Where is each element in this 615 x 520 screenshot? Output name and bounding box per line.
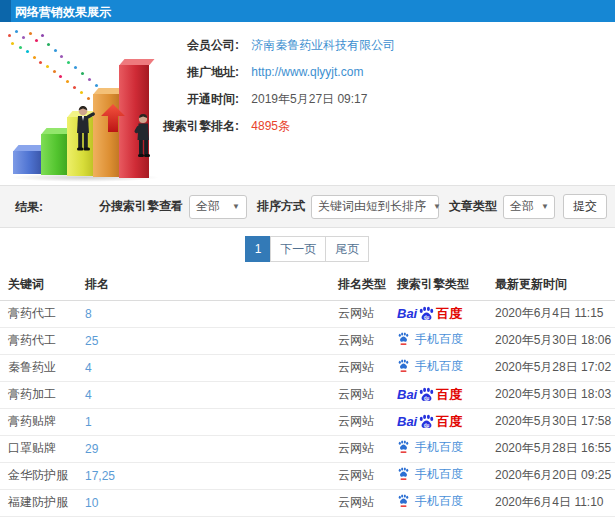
info-row-url: 推广地址: http://www.qlyyjt.com [151, 59, 591, 86]
illustration-bar-blue [13, 151, 42, 174]
svg-text:du: du [424, 395, 430, 400]
svg-text:du: du [424, 422, 430, 427]
engine-view-selected: 全部 [196, 198, 220, 215]
filter-bar: 结果: 分搜索引擎查看 全部 ▼ 排序方式 关键词由短到长排序 ▼ 文章类型 全… [0, 185, 615, 228]
rank-type-cell: 云网站 [338, 435, 397, 462]
rank-type-cell: 云网站 [338, 327, 397, 354]
open-time-value: 2019年5月27日 09:17 [251, 92, 367, 106]
update-time-cell: 2020年6月20日 09:25 [495, 462, 615, 489]
header-rank: 排名 [85, 270, 338, 300]
summary-section: 会员公司: 济南秦鲁药业科技有限公司 推广地址: http://www.qlyy… [0, 22, 615, 185]
table-row: 膏药代工 25 云网站 手机百度 2020年5月30日 18:06 [0, 327, 615, 354]
article-type-selected: 全部 [510, 198, 534, 215]
illustration-bar-green [41, 134, 70, 175]
info-row-engine-rank: 搜索引擎排名: 4895条 [151, 113, 591, 140]
keyword-cell: 口罩贴牌 [0, 435, 85, 462]
rank-type-cell: 云网站 [338, 354, 397, 381]
businessman-left-icon [71, 106, 97, 158]
engine-rank-label: 搜索引擎排名: [151, 113, 239, 140]
rank-link[interactable]: 1 [85, 415, 92, 429]
sort-selected: 关键词由短到长排序 [318, 198, 426, 215]
rank-link[interactable]: 25 [85, 334, 98, 348]
pagination: 1 下一页 尾页 [0, 228, 615, 270]
rank-link[interactable]: 17,25 [85, 469, 115, 483]
update-time-cell: 2020年6月4日 11:10 [495, 489, 615, 516]
rank-type-cell: 云网站 [338, 381, 397, 408]
keyword-cell: 福建防护服 [0, 489, 85, 516]
table-row: 福建防护服 10 云网站 手机百度 2020年6月4日 11:10 [0, 489, 615, 516]
baidu-logo: Baidu百度 [397, 413, 462, 431]
update-time-cell: 2020年5月30日 17:58 [495, 408, 615, 435]
table-row: 膏药贴牌 1 云网站 Baidu百度 2020年5月30日 17:58 [0, 408, 615, 435]
chevron-down-icon: ▼ [433, 202, 441, 211]
table-row: 秦鲁药业 4 云网站 手机百度 2020年5月28日 17:02 [0, 354, 615, 381]
rank-link[interactable]: 4 [85, 388, 92, 402]
rank-link[interactable]: 29 [85, 442, 98, 456]
submit-button[interactable]: 提交 [563, 194, 607, 219]
promo-url-link[interactable]: http://www.qlyyjt.com [251, 65, 363, 79]
keyword-cell: 膏药代工 [0, 300, 85, 327]
baidu-logo: Baidu百度 [397, 305, 462, 323]
table-row: 膏药加工 4 云网站 Baidu百度 2020年5月30日 18:03 [0, 381, 615, 408]
chevron-down-icon: ▼ [541, 202, 549, 211]
mobile-baidu-logo: 手机百度 [397, 466, 463, 483]
engine-rank-count: 4895条 [251, 119, 290, 133]
account-info-panel: 会员公司: 济南秦鲁药业科技有限公司 推广地址: http://www.qlyy… [151, 32, 591, 140]
page-title: 网络营销效果展示 [15, 4, 111, 21]
keyword-cell: 金华防护服 [0, 462, 85, 489]
update-time-cell: 2020年5月28日 17:02 [495, 354, 615, 381]
header-rank-type: 排名类型 [338, 270, 397, 300]
article-type-label: 文章类型 [449, 198, 497, 215]
filter-controls: 分搜索引擎查看 全部 ▼ 排序方式 关键词由短到长排序 ▼ 文章类型 全部 ▼ … [89, 186, 607, 227]
open-time-label: 开通时间: [151, 86, 239, 113]
rank-type-cell: 云网站 [338, 300, 397, 327]
mobile-baidu-logo: 手机百度 [397, 493, 463, 510]
confetti-decoration [8, 34, 11, 37]
result-label: 结果: [15, 199, 43, 216]
company-label: 会员公司: [151, 32, 239, 59]
table-row-partial: Baidu百度 [0, 516, 615, 520]
company-name-link[interactable]: 济南秦鲁药业科技有限公司 [251, 38, 395, 52]
rank-link[interactable]: 8 [85, 307, 92, 321]
header-update-time: 最新更新时间 [495, 270, 615, 300]
baidu-logo: Baidu百度 [397, 386, 462, 404]
promo-url-label: 推广地址: [151, 59, 239, 86]
next-page-button[interactable]: 下一页 [270, 236, 326, 262]
keyword-cell: 膏药代工 [0, 327, 85, 354]
mobile-baidu-logo: 手机百度 [397, 358, 463, 375]
svg-text:du: du [424, 314, 430, 319]
update-time-cell: 2020年6月4日 11:15 [495, 300, 615, 327]
mobile-baidu-logo: 手机百度 [397, 331, 463, 348]
rank-type-cell: 云网站 [338, 462, 397, 489]
article-type-select[interactable]: 全部 ▼ [503, 195, 555, 219]
engine-view-select[interactable]: 全部 ▼ [189, 195, 247, 219]
table-row: 膏药代工 8 云网站 Baidu百度 2020年6月4日 11:15 [0, 300, 615, 327]
sort-select[interactable]: 关键词由短到长排序 ▼ [311, 195, 439, 219]
sort-label: 排序方式 [257, 198, 305, 215]
growth-arrow-icon [101, 104, 125, 132]
info-row-open-time: 开通时间: 2019年5月27日 09:17 [151, 86, 591, 113]
rank-type-cell: 云网站 [338, 489, 397, 516]
update-time-cell: 2020年5月30日 18:06 [495, 327, 615, 354]
table-row: 金华防护服 17,25 云网站 手机百度 2020年6月20日 09:25 [0, 462, 615, 489]
info-row-company: 会员公司: 济南秦鲁药业科技有限公司 [151, 32, 591, 59]
keyword-cell: 膏药加工 [0, 381, 85, 408]
engine-view-label: 分搜索引擎查看 [99, 198, 183, 215]
chevron-down-icon: ▼ [232, 202, 240, 211]
window-title-bar: 网络营销效果展示 [0, 0, 615, 22]
title-bar-left-edge [0, 0, 11, 22]
update-time-cell: 2020年5月30日 18:03 [495, 381, 615, 408]
rank-link[interactable]: 4 [85, 361, 92, 375]
header-engine-type: 搜索引擎类型 [397, 270, 495, 300]
last-page-button[interactable]: 尾页 [325, 236, 369, 262]
keyword-cell: 秦鲁药业 [0, 354, 85, 381]
table-header-row: 关键词 排名 排名类型 搜索引擎类型 最新更新时间 [0, 270, 615, 300]
keyword-ranking-table: 关键词 排名 排名类型 搜索引擎类型 最新更新时间 膏药代工 8 云网站 Bai… [0, 270, 615, 520]
rank-type-cell: 云网站 [338, 408, 397, 435]
page-1-button[interactable]: 1 [245, 236, 272, 262]
table-row: 口罩贴牌 29 云网站 手机百度 2020年5月28日 16:55 [0, 435, 615, 462]
keyword-cell: 膏药贴牌 [0, 408, 85, 435]
rank-link[interactable]: 10 [85, 496, 98, 510]
update-time-cell: 2020年5月28日 16:55 [495, 435, 615, 462]
header-keyword: 关键词 [0, 270, 85, 300]
